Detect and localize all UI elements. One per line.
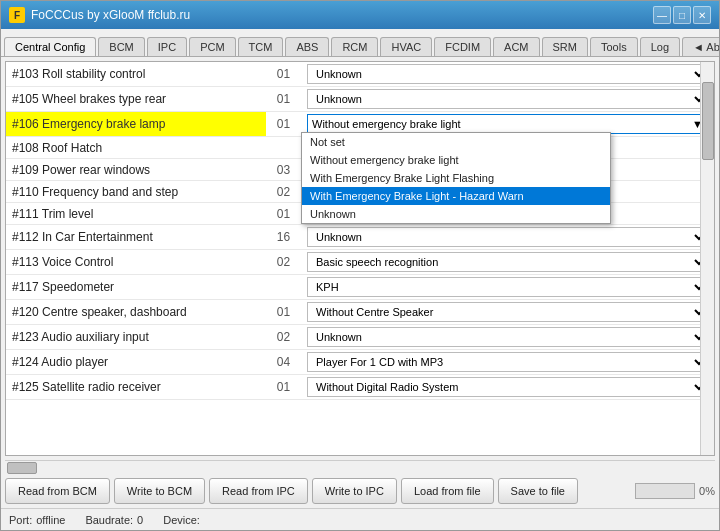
row-112-dropdown[interactable]: Unknown	[307, 227, 708, 247]
title-bar: F FoCCCus by xGlooM ffclub.ru — □ ✕	[1, 1, 719, 29]
row-code	[266, 275, 301, 300]
read-ipc-button[interactable]: Read from IPC	[209, 478, 308, 504]
row-105-dropdown[interactable]: Unknown	[307, 89, 708, 109]
status-device: Device:	[163, 514, 204, 526]
row-name-highlighted: #106 Emergency brake lamp	[6, 112, 266, 137]
tab-srm[interactable]: SRM	[542, 37, 588, 56]
config-table-container: #103 Roll stability control 01 Unknown #…	[5, 61, 715, 456]
row-117-dropdown[interactable]: KPH	[307, 277, 708, 297]
vertical-scrollbar[interactable]	[700, 62, 714, 455]
tab-bcm[interactable]: BCM	[98, 37, 144, 56]
title-bar-left: F FoCCCus by xGlooM ffclub.ru	[9, 7, 190, 23]
tab-central-config[interactable]: Central Config	[4, 37, 96, 57]
load-file-button[interactable]: Load from file	[401, 478, 494, 504]
title-bar-buttons: — □ ✕	[653, 6, 711, 24]
port-label: Port:	[9, 514, 32, 526]
tab-pcm[interactable]: PCM	[189, 37, 235, 56]
tabs-bar: Central Config BCM IPC PCM TCM ABS RCM H…	[1, 29, 719, 57]
baudrate-value: 0	[137, 514, 143, 526]
dropdown-item-not-set[interactable]: Not set	[302, 133, 610, 151]
minimize-button[interactable]: —	[653, 6, 671, 24]
baudrate-label: Baudrate:	[85, 514, 133, 526]
row-name: #124 Audio player	[6, 350, 266, 375]
scrollbar-thumb[interactable]	[702, 82, 714, 161]
config-table: #103 Roll stability control 01 Unknown #…	[6, 62, 714, 400]
table-row: #117 Speedometer KPH	[6, 275, 714, 300]
table-row: #123 Audio auxiliary input 02 Unknown	[6, 325, 714, 350]
row-code: 01	[266, 87, 301, 112]
row-code: 02	[266, 181, 301, 203]
dropdown-item-unknown[interactable]: Unknown	[302, 205, 610, 223]
status-baudrate: Baudrate: 0	[85, 514, 143, 526]
status-port: Port: offline	[9, 514, 65, 526]
tab-acm[interactable]: ACM	[493, 37, 539, 56]
maximize-button[interactable]: □	[673, 6, 691, 24]
write-bcm-button[interactable]: Write to BCM	[114, 478, 205, 504]
tab-tools[interactable]: Tools	[590, 37, 638, 56]
table-row: #112 In Car Entertainment 16 Unknown	[6, 225, 714, 250]
table-scroll[interactable]: #103 Roll stability control 01 Unknown #…	[6, 62, 714, 455]
progress-label: 0%	[699, 485, 715, 497]
row-name: #105 Wheel brakes type rear	[6, 87, 266, 112]
table-row: #105 Wheel brakes type rear 01 Unknown	[6, 87, 714, 112]
row-name: #109 Power rear windows	[6, 159, 266, 181]
row-name: #111 Trim level	[6, 203, 266, 225]
save-file-button[interactable]: Save to file	[498, 478, 578, 504]
write-ipc-button[interactable]: Write to IPC	[312, 478, 397, 504]
row-code: 01	[266, 112, 301, 137]
row-113-dropdown[interactable]: Basic speech recognition	[307, 252, 708, 272]
h-scrollbar-thumb[interactable]	[7, 462, 37, 474]
row-code: 01	[266, 203, 301, 225]
row-120-dropdown[interactable]: Without Centre Speaker	[307, 302, 708, 322]
tab-tcm[interactable]: TCM	[238, 37, 284, 56]
main-area: #103 Roll stability control 01 Unknown #…	[1, 57, 719, 508]
row-name: #125 Satellite radio receiver	[6, 375, 266, 400]
row-103-dropdown[interactable]: Unknown	[307, 64, 708, 84]
tab-rcm[interactable]: RCM	[331, 37, 378, 56]
row-name: #113 Voice Control	[6, 250, 266, 275]
dropdown-item-without[interactable]: Without emergency brake light	[302, 151, 610, 169]
table-row: #120 Centre speaker, dashboard 01 Withou…	[6, 300, 714, 325]
row-name: #103 Roll stability control	[6, 62, 266, 87]
row-name: #120 Centre speaker, dashboard	[6, 300, 266, 325]
dropdown-item-hazard[interactable]: With Emergency Brake Light - Hazard Warn	[302, 187, 610, 205]
row-123-dropdown[interactable]: Unknown	[307, 327, 708, 347]
table-row: #113 Voice Control 02 Basic speech recog…	[6, 250, 714, 275]
row-106-dropdown-trigger[interactable]: Without emergency brake light ▼	[307, 114, 708, 134]
row-value: Unknown	[301, 62, 714, 87]
port-value: offline	[36, 514, 65, 526]
bottom-buttons: Read from BCM Write to BCM Read from IPC…	[5, 478, 715, 504]
row-125-dropdown[interactable]: Without Digital Radio System	[307, 377, 708, 397]
row-name: #108 Roof Hatch	[6, 137, 266, 159]
row-124-dropdown[interactable]: Player For 1 CD with MP3	[307, 352, 708, 372]
row-code: 02	[266, 250, 301, 275]
row-value: Without Centre Speaker	[301, 300, 714, 325]
row-code: 02	[266, 325, 301, 350]
tab-ipc[interactable]: IPC	[147, 37, 187, 56]
row-code: 01	[266, 375, 301, 400]
tab-hvac[interactable]: HVAC	[380, 37, 432, 56]
dropdown-current-value: Without emergency brake light	[312, 118, 461, 130]
dropdown-menu: Not set Without emergency brake light Wi…	[301, 132, 611, 224]
read-bcm-button[interactable]: Read from BCM	[5, 478, 110, 504]
row-name: #110 Frequency band and step	[6, 181, 266, 203]
dropdown-item-flashing[interactable]: With Emergency Brake Light Flashing	[302, 169, 610, 187]
tab-about[interactable]: ◄ Abo	[682, 37, 719, 56]
row-value: Without Digital Radio System	[301, 375, 714, 400]
close-button[interactable]: ✕	[693, 6, 711, 24]
row-code: 16	[266, 225, 301, 250]
horizontal-scrollbar[interactable]	[5, 460, 715, 474]
title-text: FoCCCus by xGlooM ffclub.ru	[31, 8, 190, 22]
device-label: Device:	[163, 514, 200, 526]
row-code: 01	[266, 300, 301, 325]
tab-fcdim[interactable]: FCDIM	[434, 37, 491, 56]
row-name: #117 Speedometer	[6, 275, 266, 300]
tab-log[interactable]: Log	[640, 37, 680, 56]
main-window: F FoCCCus by xGlooM ffclub.ru — □ ✕ Cent…	[0, 0, 720, 531]
tab-abs[interactable]: ABS	[285, 37, 329, 56]
row-name: #123 Audio auxiliary input	[6, 325, 266, 350]
row-value: KPH	[301, 275, 714, 300]
row-value: Basic speech recognition	[301, 250, 714, 275]
status-bar: Port: offline Baudrate: 0 Device:	[1, 508, 719, 530]
row-value-open: Without emergency brake light ▼ Not set …	[301, 112, 714, 137]
